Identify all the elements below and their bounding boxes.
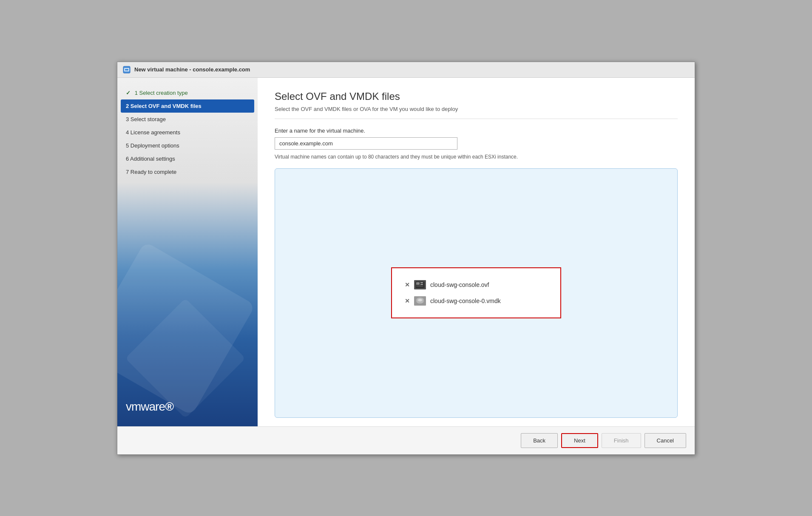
back-button[interactable]: Back xyxy=(521,433,558,448)
file-drop-zone[interactable]: ✕ cloud-swg-console.ovf xyxy=(275,168,678,418)
window-title: New virtual machine - console.example.co… xyxy=(134,66,250,73)
sidebar-item-step6[interactable]: 6 Additional settings xyxy=(117,152,258,165)
field-label: Enter a name for the virtual machine. xyxy=(275,128,678,134)
file-item-ovf: ✕ cloud-swg-console.ovf xyxy=(405,277,548,293)
sidebar-item-step5[interactable]: 5 Deployment options xyxy=(117,139,258,152)
svg-rect-5 xyxy=(416,282,420,285)
remove-vmdk-button[interactable]: ✕ xyxy=(405,298,410,304)
next-button[interactable]: Next xyxy=(561,433,598,448)
vmdk-file-name: cloud-swg-console-0.vmdk xyxy=(430,298,501,304)
svg-rect-2 xyxy=(125,69,128,71)
cancel-button[interactable]: Cancel xyxy=(644,433,686,448)
svg-point-12 xyxy=(418,299,422,301)
sidebar-item-step4[interactable]: 4 License agreements xyxy=(117,126,258,139)
files-box: ✕ cloud-swg-console.ovf xyxy=(391,267,561,318)
finish-button[interactable]: Finish xyxy=(602,433,641,448)
vmdk-file-icon xyxy=(414,296,426,306)
sidebar-item-step3[interactable]: 3 Select storage xyxy=(117,113,258,126)
ovf-file-name: cloud-swg-console.ovf xyxy=(430,281,489,288)
svg-rect-8 xyxy=(416,286,423,286)
svg-rect-6 xyxy=(420,282,423,283)
right-panel: Select OVF and VMDK files Select the OVF… xyxy=(258,78,695,426)
ovf-file-icon xyxy=(414,280,426,289)
vm-name-input[interactable] xyxy=(275,137,457,150)
remove-ovf-button[interactable]: ✕ xyxy=(405,281,410,288)
titlebar-icon xyxy=(122,65,131,74)
page-subtitle: Select the OVF and VMDK files or OVA for… xyxy=(275,106,678,119)
main-content: 1 Select creation type 2 Select OVF and … xyxy=(117,78,695,426)
titlebar: New virtual machine - console.example.co… xyxy=(117,62,695,78)
sidebar: 1 Select creation type 2 Select OVF and … xyxy=(117,78,258,426)
sidebar-item-step7[interactable]: 7 Ready to complete xyxy=(117,165,258,179)
page-title: Select OVF and VMDK files xyxy=(275,91,678,102)
vmware-logo: vmware® xyxy=(126,400,173,414)
svg-rect-7 xyxy=(420,284,423,285)
footer: Back Next Finish Cancel xyxy=(117,426,695,454)
main-window: New virtual machine - console.example.co… xyxy=(117,62,695,455)
sidebar-item-step1[interactable]: 1 Select creation type xyxy=(117,86,258,99)
file-item-vmdk: ✕ cloud-swg-console-0.vmdk xyxy=(405,293,548,309)
name-hint: Virtual machine names can contain up to … xyxy=(275,154,678,160)
sidebar-item-step2[interactable]: 2 Select OVF and VMDK files xyxy=(121,99,254,113)
